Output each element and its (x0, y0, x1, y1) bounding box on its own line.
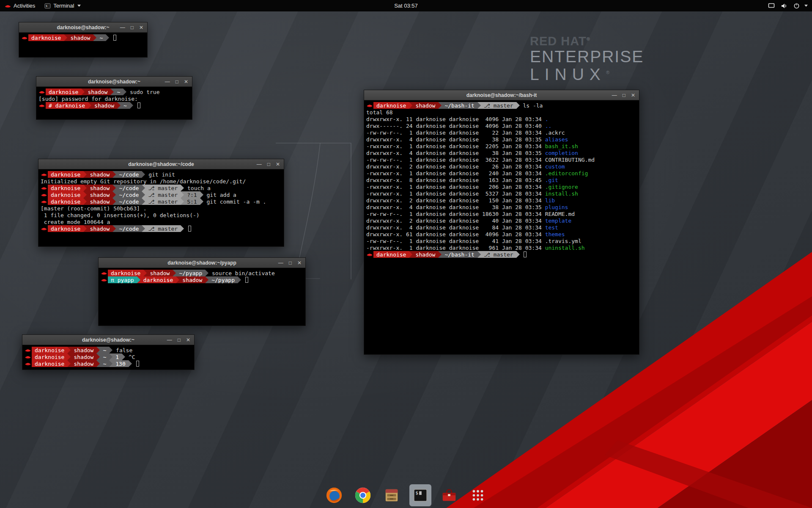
window-titlebar[interactable]: darknoise@shadow:~/bash-it—□✕ (364, 90, 639, 100)
terminal-content[interactable]: darknoiseshadow~ falsedarknoiseshadow~1 … (22, 345, 194, 370)
terminal-line: darknoiseshadow~/code git init (41, 171, 282, 178)
dock-item-show-applications[interactable] (467, 484, 489, 506)
close-button[interactable]: ✕ (186, 337, 190, 342)
minimize-button[interactable]: — (167, 337, 172, 342)
prompt-segment: shadow (71, 347, 96, 353)
activities-button[interactable]: Activities (0, 0, 40, 11)
output-text: drwxrwxr-x. 2 darknoise darknoise 150 Ja… (366, 197, 545, 204)
system-status-area[interactable] (762, 0, 812, 11)
command-text: git add a (203, 192, 236, 198)
file-name: completion (545, 150, 578, 156)
close-button[interactable]: ✕ (297, 260, 302, 265)
maximize-button[interactable]: □ (178, 337, 181, 342)
prompt-segment: ~/bash-it (442, 102, 477, 109)
file-name: README.md (545, 211, 575, 217)
powerline-arrow (67, 360, 71, 367)
prompt-segment: ~/code (116, 185, 142, 191)
powerline-arrow (112, 191, 116, 198)
minimize-button[interactable]: — (120, 25, 125, 30)
terminal-line: darknoiseshadow~1 ^C (25, 353, 192, 360)
close-button[interactable]: ✕ (631, 93, 635, 98)
powerline-arrow (205, 270, 208, 276)
prompt-segment: shadow (71, 360, 96, 367)
window-controls: —□✕ (167, 335, 190, 345)
minimize-button[interactable]: — (612, 93, 617, 98)
window-titlebar[interactable]: darknoise@shadow:~—□✕ (19, 22, 147, 33)
powerline-arrow (200, 191, 203, 198)
terminal-line: -rw-rw-r--. 1 darknoise darknoise 3622 J… (366, 156, 637, 163)
output-text: -rwxrwxr-x. 1 darknoise darknoise 240 Ja… (366, 170, 545, 177)
terminal-content[interactable]: darknoiseshadow~/code git initInitialize… (38, 169, 284, 246)
dock-item-toolbox[interactable] (438, 484, 460, 506)
powerline-arrow (142, 191, 145, 198)
dock-item-chrome[interactable] (352, 484, 374, 506)
prompt-segment: shadow (87, 225, 112, 232)
minimize-button[interactable]: — (165, 79, 170, 84)
command-text (241, 277, 244, 283)
dock-item-terminal[interactable]: $ (409, 484, 431, 506)
terminal-content[interactable]: darknoiseshadow~ (19, 33, 147, 57)
prompt-segment: 1 (112, 353, 122, 360)
terminal-content[interactable]: darknoiseshadow~ sudo true[sudo] passwor… (36, 87, 192, 119)
terminal-line: [sudo] password for darknoise: (38, 95, 190, 102)
powerline-arrow (143, 270, 147, 276)
powerline-arrow (96, 353, 100, 360)
maximize-button[interactable]: □ (176, 79, 178, 84)
maximize-button[interactable]: □ (289, 260, 292, 265)
terminal-line: darknoiseshadow~/code⎇ master touch a (41, 185, 282, 191)
output-text: drwxrwxr-x. 4 darknoise darknoise 38 Jan… (366, 204, 545, 210)
window-controls: —□✕ (278, 258, 302, 268)
terminal-content[interactable]: darknoiseshadow~/pyapp source bin/activa… (99, 268, 305, 326)
dock-item-files[interactable] (381, 484, 403, 506)
prompt-segment: ⎇ master (145, 191, 181, 198)
output-text: drwxrwxr-x. 8 darknoise darknoise 163 Ja… (366, 177, 545, 183)
minimize-button[interactable]: — (257, 162, 262, 167)
prompt-segment: shadow (85, 88, 110, 95)
terminal-line: drwxrwxr-x. 2 darknoise darknoise 26 Jan… (366, 163, 637, 170)
app-menu-terminal[interactable]: $ Terminal (40, 0, 85, 11)
window-title: darknoise@shadow:~ (88, 79, 140, 85)
window-titlebar[interactable]: darknoise@shadow:~—□✕ (36, 77, 192, 87)
prompt-segment: ~/code (116, 171, 142, 178)
output-text: drwxrwxr-x. 4 darknoise darknoise 38 Jan… (366, 150, 545, 156)
powerline-arrow (109, 353, 112, 360)
prompt-segment: ~ (100, 347, 109, 353)
terminal-content[interactable]: darknoiseshadow~/bash-it⎇ master ls -lat… (364, 100, 639, 354)
svg-text:$: $ (416, 490, 418, 495)
powerline-arrow (516, 102, 520, 109)
file-name: bash_it.sh (545, 143, 578, 149)
prompt-segment: darknoise (32, 353, 67, 360)
terminal-line: 1 file changed, 0 insertions(+), 0 delet… (41, 212, 282, 218)
powerline-arrow (130, 102, 133, 109)
prompt-segment: ~ (114, 88, 123, 95)
app-menu-label: Terminal (53, 3, 74, 9)
terminal-mini-icon: $ (44, 3, 51, 9)
prompt-segment: ~ (100, 353, 109, 360)
terminal-line: -rwxrwxr-x. 1 darknoise darknoise 206 Ja… (366, 183, 637, 190)
clock-button[interactable]: Sat 03:57 (390, 0, 422, 11)
terminal-line: darknoiseshadow~/code⎇ master (41, 225, 282, 232)
output-text: -rw-rw-r--. 1 darknoise darknoise 22 Jan… (366, 130, 545, 136)
powerline-arrow (83, 171, 87, 178)
output-text: drwxrwxr-x. 4 darknoise darknoise 84 Jan… (366, 224, 545, 231)
dock-item-firefox[interactable] (323, 484, 345, 506)
output-text: drwxrwxr-x. 61 darknoise darknoise 4096 … (366, 231, 545, 237)
close-button[interactable]: ✕ (276, 162, 280, 167)
window-titlebar[interactable]: darknoise@shadow:~/pyapp—□✕ (99, 258, 305, 268)
close-button[interactable]: ✕ (184, 79, 188, 84)
close-button[interactable]: ✕ (139, 25, 143, 30)
svg-text:$: $ (46, 4, 48, 7)
powerline-arrow (205, 276, 208, 283)
powerline-arrow (83, 191, 87, 198)
terminal-line: drwxrwxr-x. 4 darknoise darknoise 38 Jan… (366, 149, 637, 156)
prompt-segment: darknoise (32, 347, 67, 353)
minimize-button[interactable]: — (278, 260, 283, 265)
window-titlebar[interactable]: darknoise@shadow:~—□✕ (22, 335, 194, 345)
maximize-button[interactable]: □ (131, 25, 134, 30)
window-titlebar[interactable]: darknoise@shadow:~/code—□✕ (38, 159, 284, 169)
terminal-window-pyapp: darknoise@shadow:~/pyapp—□✕darknoiseshad… (98, 257, 306, 326)
maximize-button[interactable]: □ (267, 162, 270, 167)
powerline-arrow (81, 88, 85, 95)
output-text: Initialized empty Git repository in /hom… (41, 178, 246, 185)
maximize-button[interactable]: □ (623, 93, 625, 98)
